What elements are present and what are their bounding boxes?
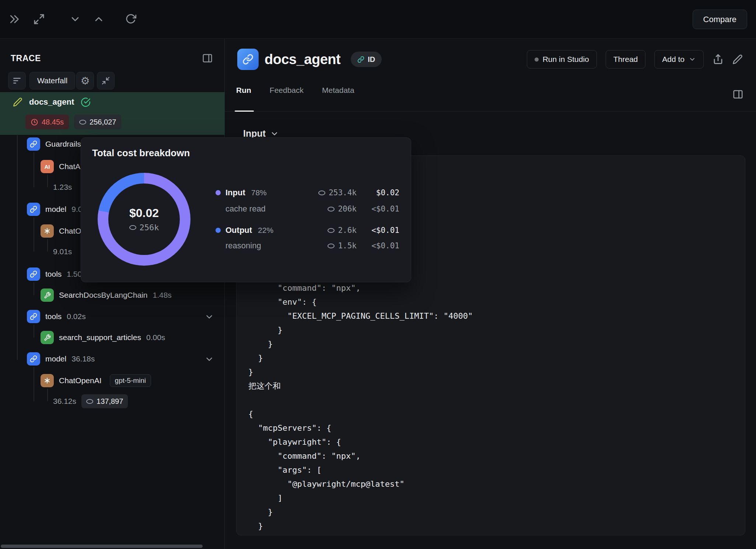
legend-row-input: Input 78% 253.4k $0.02 [216,185,399,201]
chain-icon [27,267,40,281]
gear-icon[interactable]: ⚙ [76,72,94,90]
trace-row-chatopenai[interactable]: ChatOp [41,223,85,239]
token-coin-icon [79,120,86,125]
trace-row-label: model [45,354,66,363]
view-mode-selector[interactable]: Waterfall [29,72,75,90]
success-check-icon [81,97,91,107]
run-id-badge[interactable]: ID [351,52,382,67]
anthropic-icon: AI [41,160,54,173]
trace-row-searchsupport[interactable]: search_support_articles 0.00s [41,329,165,346]
trace-row-stats: 36.12s 137,897 [53,393,128,409]
tree-guide-line [34,152,34,187]
trace-row-label: tools [45,270,62,279]
duration-value: 0.00s [146,333,165,342]
tree-guide-line [34,367,34,401]
trace-row-model2[interactable]: model 36.18s [27,351,95,367]
trace-root-badges: 48.45s 256,027 [25,115,121,129]
trace-row-label: Guardrails [45,140,81,148]
trace-row-chatanthropic[interactable]: AI ChatAn [41,158,85,175]
legend-cost: $0.02 [357,188,399,197]
openai-icon [41,224,54,238]
legend-label: Output [225,225,252,235]
trace-root-row[interactable]: docs_agent [13,94,91,110]
legend-pct: 22% [258,226,273,235]
run-actions: Run in Studio Thread Add to [527,50,743,69]
trace-row-guardrails[interactable]: Guardrails [27,136,81,152]
legend-tokens: 206k [338,204,357,213]
tab-metadata[interactable]: Metadata [322,86,354,101]
chevron-up-icon[interactable] [93,13,105,25]
run-in-studio-button[interactable]: Run in Studio [527,50,597,69]
refresh-icon[interactable] [125,13,136,24]
legend-row-cache-read: cache read 206k <$0.01 [216,201,399,217]
token-coin-icon [86,399,93,404]
legend-tokens: 1.5k [338,241,357,250]
duration-value: 1.23s [53,183,72,192]
token-coin-icon [328,228,335,233]
add-to-button[interactable]: Add to [654,50,704,69]
add-to-label: Add to [662,55,685,64]
tabs-divider [225,111,756,112]
chain-icon [27,137,40,151]
trace-sidebar: TRACE Waterfall ⚙ docs_agent 48.45s 256,… [0,39,225,549]
tree-guide-line [47,175,48,187]
horizontal-scrollbar[interactable] [1,545,203,548]
legend-cost: <$0.01 [357,241,399,250]
trace-row-tools2[interactable]: tools 0.02s [27,308,86,325]
compare-button[interactable]: Compare [693,10,747,29]
chevron-down-icon[interactable] [204,312,214,322]
view-mode-label: Waterfall [37,76,67,85]
trace-row-model[interactable]: model 9.0 [27,201,82,217]
split-view-icon[interactable] [732,89,743,100]
trace-row-duration: 9.01s [53,244,72,260]
tab-run[interactable]: Run [236,86,251,101]
tree-guide-line [34,282,34,295]
trace-row-searchdocs[interactable]: SearchDocsByLangChain 1.48s [41,287,172,303]
tokens-badge[interactable]: 137,897 [81,394,128,408]
trace-row-label: search_support_articles [59,333,141,342]
duration-value: 9.01s [53,247,72,256]
tokens-badge[interactable]: 256,027 [74,115,121,129]
run-header: docs_agent ID [237,49,382,70]
trace-row-label: tools [45,312,62,321]
fullscreen-icon[interactable] [33,13,45,25]
chevron-down-icon[interactable] [204,354,214,364]
active-tab-underline [235,111,254,112]
chevron-down-icon [689,56,696,63]
share-upload-icon[interactable] [713,54,724,65]
studio-status-dot-icon [535,57,539,62]
token-coin-icon [328,244,335,248]
tree-guide-line [47,239,48,252]
run-detail-panel: docs_agent ID Run in Studio Thread Add t… [225,39,756,549]
duration-badge[interactable]: 48.45s [25,115,69,129]
chevron-down-icon[interactable] [69,13,81,25]
output-dot-icon [216,228,221,233]
donut-center: $0.02 256k [108,183,180,255]
openai-icon [41,374,54,387]
total-tokens: 256k [129,223,159,232]
tree-guide-line [17,135,18,360]
duration-value: 36.18s [71,354,95,363]
edit-pencil-icon[interactable] [732,54,743,64]
cost-breakdown-tooltip: Total cost breakdown $0.02 256k Input 78… [81,137,411,282]
legend-label: Input [225,188,245,197]
expand-panel-icon[interactable] [9,13,21,25]
trace-root-label: docs_agent [29,97,74,107]
thread-button[interactable]: Thread [606,50,646,69]
tree-guide-line [47,389,48,401]
collapse-all-icon[interactable] [97,72,115,90]
sidebar-panel-toggle-icon[interactable] [202,53,213,64]
tokens-value: 256,027 [90,118,116,126]
duration-value: 0.02s [67,312,85,321]
filter-icon[interactable] [8,72,26,90]
legend-row-output: Output 22% 2.6k <$0.01 [216,222,399,238]
tab-feedback[interactable]: Feedback [270,86,304,101]
run-tabs: Run Feedback Metadata [236,86,354,101]
thread-label: Thread [613,55,638,64]
total-cost-value: $0.02 [129,206,159,220]
token-coin-icon [318,190,325,195]
total-tokens-value: 256k [140,223,159,232]
duration-value: 48.45s [42,118,64,126]
trace-row-chatopenai2[interactable]: ChatOpenAI gpt-5-mini [41,373,151,389]
trace-row-tools[interactable]: tools 1.50 [27,266,82,282]
